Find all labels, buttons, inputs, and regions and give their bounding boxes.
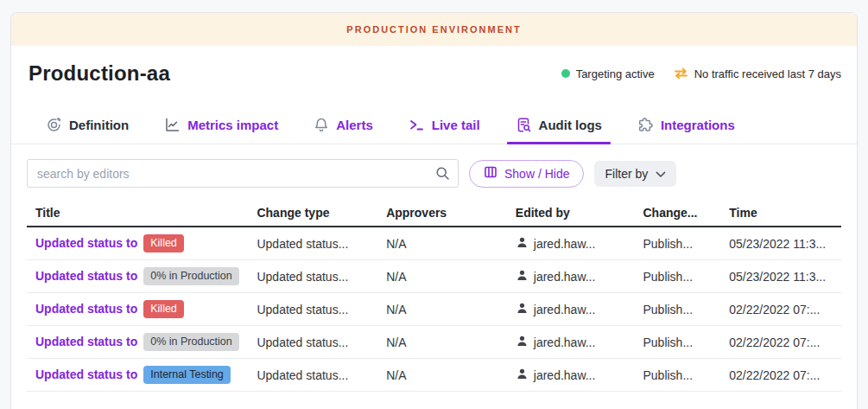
show-hide-label: Show / Hide — [504, 167, 569, 181]
search-wrap — [27, 159, 459, 188]
bell-icon — [314, 117, 329, 133]
row-title-link[interactable]: Updated status to — [35, 367, 137, 381]
terminal-icon — [409, 117, 425, 133]
column-header-approvers[interactable]: Approvers — [386, 206, 516, 220]
environment-card: PRODUCTION ENVIRONMENT Production-aa Tar… — [10, 12, 858, 409]
chevron-down-icon — [656, 167, 666, 181]
column-header-change-type[interactable]: Change type — [257, 206, 386, 220]
row-approvers: N/A — [386, 303, 516, 316]
row-title-link[interactable]: Updated status to — [35, 335, 137, 348]
row-time: 02/22/2022 07:... — [729, 303, 841, 316]
status-badge: Internal Testing — [143, 366, 231, 384]
row-title-link[interactable]: Updated status to — [35, 236, 137, 250]
tab-alerts[interactable]: Alerts — [310, 110, 377, 144]
row-title-cell: Updated status toKilled — [27, 300, 257, 318]
page-header: Production-aa Targeting active No traffi… — [11, 46, 857, 101]
row-change-type: Updated status... — [257, 270, 386, 284]
row-approvers: N/A — [386, 270, 516, 284]
row-title-cell: Updated status to0% in Production — [27, 333, 257, 351]
row-title-cell: Updated status toKilled — [27, 234, 257, 252]
row-edited-by: jared.haw... — [516, 269, 643, 284]
row-time: 02/22/2022 07:... — [729, 336, 841, 349]
row-edited-by: jared.haw... — [516, 302, 643, 317]
person-icon — [516, 269, 529, 284]
tab-label: Live tail — [432, 118, 480, 132]
status-badge: 0% in Production — [143, 333, 239, 351]
row-change: Publish... — [643, 237, 729, 251]
audit-log-table: Title Change type Approvers Edited by Ch… — [27, 200, 841, 392]
table-row[interactable]: Updated status to0% in Production Update… — [27, 260, 841, 293]
person-icon — [516, 302, 529, 317]
tab-audit-logs[interactable]: Audit logs — [512, 110, 605, 144]
row-change-type: Updated status... — [257, 368, 386, 382]
tab-bar: Definition Metrics impact Alerts — [11, 101, 857, 144]
row-time: 02/22/2022 07:... — [729, 368, 841, 382]
puzzle-icon — [637, 117, 654, 133]
columns-icon — [484, 165, 497, 182]
tab-integrations[interactable]: Integrations — [634, 110, 738, 144]
row-edited-by: jared.haw... — [516, 335, 643, 350]
column-header-title[interactable]: Title — [27, 206, 257, 220]
tab-label: Audit logs — [539, 118, 602, 132]
banner-label: PRODUCTION ENVIRONMENT — [346, 24, 521, 35]
row-approvers: N/A — [386, 368, 516, 382]
status-badge: Killed — [143, 234, 184, 252]
traffic-status-label: No traffic received last 7 days — [694, 67, 841, 80]
table-header-row: Title Change type Approvers Edited by Ch… — [27, 200, 841, 227]
row-title-link[interactable]: Updated status to — [35, 302, 137, 316]
column-header-edited-by[interactable]: Edited by — [516, 206, 643, 220]
search-input[interactable] — [27, 159, 459, 188]
production-environment-banner: PRODUCTION ENVIRONMENT — [11, 13, 857, 46]
row-edited-by: jared.haw... — [516, 236, 643, 252]
row-change-type: Updated status... — [257, 237, 386, 251]
row-change-type: Updated status... — [257, 303, 386, 316]
row-approvers: N/A — [386, 336, 516, 349]
row-title-link[interactable]: Updated status to — [35, 269, 137, 283]
filter-by-label: Filter by — [605, 167, 648, 181]
tab-label: Integrations — [661, 118, 735, 132]
search-icon — [435, 166, 450, 184]
column-header-time[interactable]: Time — [729, 206, 841, 220]
person-icon — [516, 335, 529, 350]
row-change: Publish... — [643, 303, 729, 316]
traffic-status: No traffic received last 7 days — [674, 67, 841, 80]
table-row[interactable]: Updated status to0% in Production Update… — [27, 326, 841, 359]
audit-log-icon — [516, 117, 532, 133]
row-change-type: Updated status... — [257, 336, 386, 349]
targeting-status: Targeting active — [561, 67, 655, 80]
row-title-cell: Updated status to0% in Production — [27, 267, 257, 285]
row-approvers: N/A — [386, 237, 516, 251]
row-change: Publish... — [643, 270, 729, 284]
status-group: Targeting active No traffic received las… — [561, 67, 841, 80]
row-time: 05/23/2022 11:3... — [729, 270, 841, 284]
column-header-change[interactable]: Change... — [643, 206, 729, 220]
tab-live-tail[interactable]: Live tail — [405, 110, 484, 144]
row-change: Publish... — [643, 368, 729, 382]
table-body: Updated status toKilled Updated status..… — [27, 227, 841, 392]
table-row[interactable]: Updated status toKilled Updated status..… — [27, 227, 841, 260]
table-row[interactable]: Updated status toKilled Updated status..… — [27, 293, 841, 326]
table-row[interactable]: Updated status toInternal Testing Update… — [27, 359, 841, 392]
row-change: Publish... — [643, 336, 729, 349]
metrics-icon — [164, 117, 181, 133]
definition-icon — [46, 117, 62, 133]
tab-label: Definition — [69, 118, 129, 132]
tab-metrics-impact[interactable]: Metrics impact — [161, 110, 282, 144]
green-dot-icon — [561, 69, 570, 78]
row-time: 05/23/2022 11:3... — [729, 237, 841, 251]
tab-definition[interactable]: Definition — [42, 110, 132, 144]
filter-by-button[interactable]: Filter by — [594, 161, 676, 187]
targeting-status-label: Targeting active — [576, 67, 655, 80]
status-badge: Killed — [143, 300, 184, 318]
tab-label: Alerts — [336, 118, 373, 132]
show-hide-button[interactable]: Show / Hide — [469, 160, 584, 188]
traffic-arrows-icon — [674, 67, 688, 80]
person-icon — [516, 236, 529, 252]
row-title-cell: Updated status toInternal Testing — [27, 366, 257, 384]
person-icon — [516, 367, 529, 383]
page-title: Production-aa — [29, 61, 170, 86]
audit-log-toolbar: Show / Hide Filter by — [11, 144, 857, 198]
tab-label: Metrics impact — [187, 118, 278, 132]
row-edited-by: jared.haw... — [516, 367, 643, 383]
status-badge: 0% in Production — [143, 267, 239, 285]
